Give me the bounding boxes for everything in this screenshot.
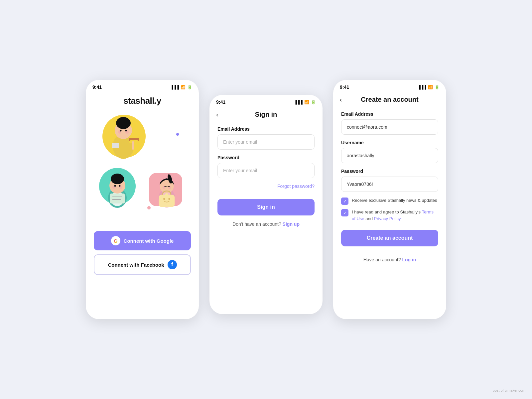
deco-dot-purple [176,133,179,136]
create-header: ‹ Create an account [333,92,446,109]
facebook-button[interactable]: Connent with Facebook f [94,254,191,275]
create-password-label: Password [341,169,438,174]
time-1: 9:41 [92,84,102,90]
no-account-text: Don't have an account? [232,221,281,227]
checkboxes: ✓ Receive exclusive Stashally news & upd… [341,197,438,222]
signal-icon-1: ▐▐▐ [170,85,179,89]
create-password-input[interactable] [341,177,438,192]
logo-dot: . [154,96,157,106]
svg-point-16 [111,174,124,184]
figure-bag-svg [149,172,184,208]
time-3: 9:41 [340,84,349,90]
forgot-password-link[interactable]: Forgot password? [217,184,315,189]
app-logo: stashall.y [123,96,161,106]
password-label: Password [217,155,315,160]
figure-burger [102,113,145,160]
username-label: Username [341,140,438,145]
battery-icon-2: 🔋 [311,100,316,104]
svg-point-20 [114,185,116,187]
facebook-button-label: Connent with Facebook [108,262,164,268]
password-input[interactable] [217,163,315,178]
svg-rect-31 [159,195,175,207]
status-bar-3: 9:41 ▐▐▐ 📶 🔋 [333,80,446,92]
create-content: Email Address Username Password ✓ Receiv… [333,109,446,270]
checkbox-1-text: Receive exclusive Stashally news & updat… [352,197,437,204]
battery-icon-1: 🔋 [187,85,192,89]
privacy-link[interactable]: Privacy Policy [374,216,401,221]
create-account-button[interactable]: Create an account [341,230,438,246]
svg-point-6 [120,130,122,132]
svg-rect-22 [110,194,125,203]
wifi-icon-3: 📶 [428,85,433,89]
status-bar-2: 9:41 ▐▐▐ 📶 🔋 [209,95,323,107]
signup-prompt: Don't have an account? Sign up [217,221,315,227]
create-account-screen: 9:41 ▐▐▐ 📶 🔋 ‹ Create an account Email A… [333,80,446,319]
google-g: G [114,238,118,244]
wifi-icon-2: 📶 [304,100,309,104]
login-link[interactable]: Log in [402,257,416,262]
time-2: 9:41 [216,99,225,105]
svg-rect-9 [129,138,139,141]
username-input[interactable] [341,148,438,163]
signin-screen: 9:41 ▐▐▐ 📶 🔋 ‹ Sign in Email Address Pas… [209,95,323,314]
signin-content: Email Address Password Forgot password? … [209,124,323,235]
checkbox-1[interactable]: ✓ [341,198,348,205]
signin-title: Sign in [255,111,277,118]
svg-point-21 [119,185,121,187]
deco-dot-pink [147,206,151,209]
welcome-content: stashall.y [86,92,199,315]
wifi-icon-1: 📶 [181,85,186,89]
svg-point-7 [125,130,127,132]
signin-button[interactable]: Sign in [217,199,315,215]
create-back-button[interactable]: ‹ [340,96,342,103]
battery-icon-3: 🔋 [435,85,440,89]
figure-reading-svg [97,170,137,209]
svg-point-3 [119,118,128,127]
checkbox-2[interactable]: ✓ [341,209,348,216]
signal-icon-2: ▐▐▐ [294,100,303,104]
figure-bag [149,172,184,208]
email-input[interactable] [217,134,315,150]
signin-header: ‹ Sign in [209,107,323,124]
checkbox-row-2: ✓ I have read and agree to Stashally's T… [341,209,438,222]
svg-point-33 [163,198,165,200]
svg-rect-11 [132,141,134,150]
checkbox-2-mid: and [364,216,374,221]
svg-point-32 [165,193,169,197]
checkbox-2-text: I have read and agree to Stashally's Ter… [352,209,438,222]
checkbox-row-1: ✓ Receive exclusive Stashally news & upd… [341,197,438,205]
figure-reading [97,170,137,209]
svg-point-34 [168,198,170,200]
svg-rect-12 [112,143,119,148]
create-title: Create an account [361,96,418,103]
status-icons-2: ▐▐▐ 📶 🔋 [294,100,316,104]
google-button[interactable]: G Connent with Google [94,231,191,250]
have-account-prompt: Have an account? Log in [341,257,438,262]
email-label: Email Address [217,126,315,132]
have-account-text: Have an account? [363,257,401,262]
checkbox-2-pre: I have read and agree to Stashally's [352,209,422,214]
status-icons-1: ▐▐▐ 📶 🔋 [170,85,192,89]
google-icon: G [111,236,120,245]
watermark: post of uimaker.com [493,388,525,392]
create-email-input[interactable] [341,119,438,135]
status-bar-1: 9:41 ▐▐▐ 📶 🔋 [86,80,199,92]
signin-back-button[interactable]: ‹ [216,111,218,118]
create-email-label: Email Address [341,111,438,117]
figure-burger-svg [102,113,145,160]
facebook-icon: f [168,260,177,269]
facebook-f: f [171,262,173,268]
status-icons-3: ▐▐▐ 📶 🔋 [418,85,440,89]
signup-link[interactable]: Sign up [283,221,300,227]
welcome-screen: 9:41 ▐▐▐ 📶 🔋 stashall.y [86,80,199,319]
signal-icon-3: ▐▐▐ [418,85,426,89]
google-button-label: Connent with Google [124,238,174,244]
illustration [96,111,189,224]
